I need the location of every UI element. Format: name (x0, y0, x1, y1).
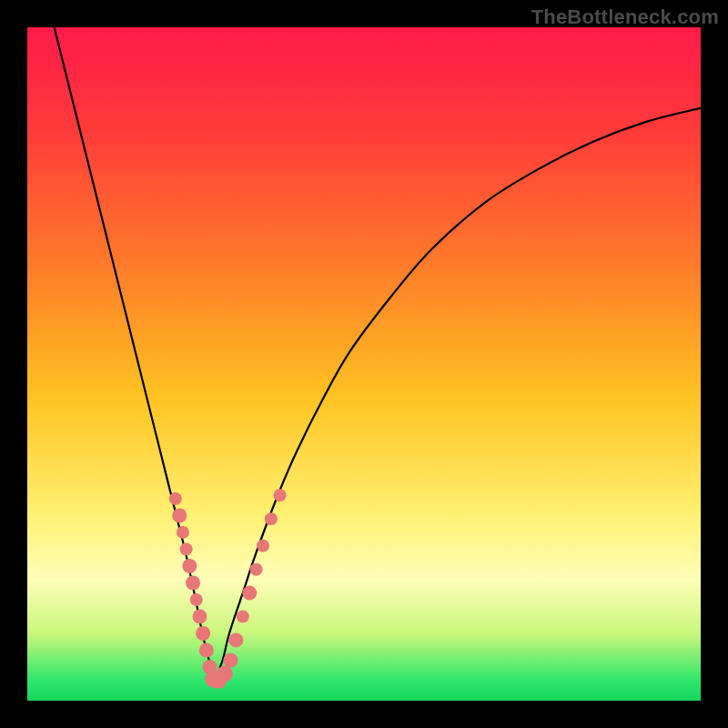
data-marker (217, 665, 233, 682)
data-marker (196, 626, 210, 641)
data-marker (192, 610, 207, 624)
chart-frame: TheBottleneck.com (0, 0, 728, 728)
data-marker (182, 559, 197, 573)
data-marker (186, 576, 200, 591)
gradient-background (27, 27, 701, 701)
data-marker (177, 526, 189, 539)
data-marker (223, 653, 238, 668)
data-marker (169, 492, 182, 505)
data-marker (265, 512, 278, 525)
data-marker (199, 643, 214, 658)
data-marker (228, 632, 243, 647)
data-marker (274, 489, 287, 501)
data-marker (242, 586, 257, 601)
plot-area (27, 27, 701, 701)
data-marker (250, 563, 263, 576)
data-marker (257, 540, 269, 552)
data-marker (180, 543, 193, 556)
bottleneck-chart (27, 27, 701, 701)
data-marker (237, 611, 249, 623)
data-marker (190, 593, 203, 606)
data-marker (172, 509, 187, 523)
watermark-text: TheBottleneck.com (531, 5, 719, 29)
